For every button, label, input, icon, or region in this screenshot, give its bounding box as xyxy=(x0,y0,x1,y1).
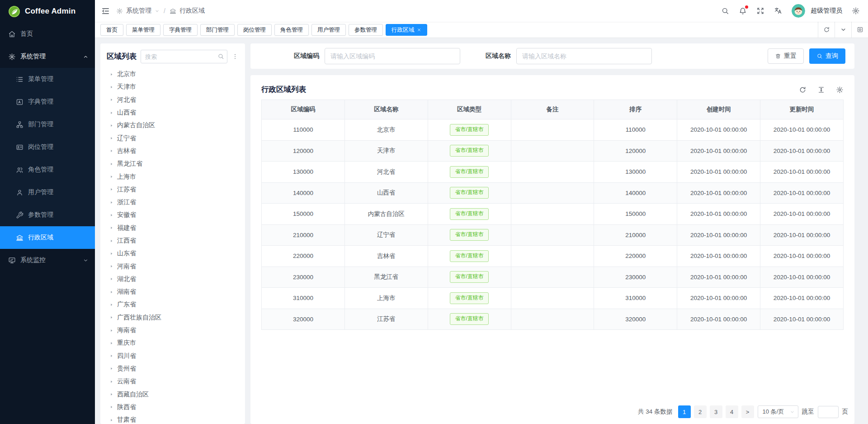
refresh-page-button[interactable] xyxy=(818,22,835,38)
page-button-3[interactable]: 3 xyxy=(710,405,722,418)
tree-item[interactable]: 湖南省 xyxy=(107,286,239,298)
tree-item[interactable]: 河北省 xyxy=(107,94,239,106)
caret-right-icon[interactable] xyxy=(109,367,113,371)
caret-right-icon[interactable] xyxy=(109,226,113,230)
tree-item[interactable]: 云南省 xyxy=(107,375,239,388)
caret-right-icon[interactable] xyxy=(109,290,113,294)
caret-right-icon[interactable] xyxy=(109,329,113,333)
sidebar-item-system-monitor[interactable]: 系统监控 xyxy=(0,249,95,272)
tree-item[interactable]: 山西省 xyxy=(107,106,239,119)
tree-item[interactable]: 江苏省 xyxy=(107,183,239,196)
notifications-button[interactable] xyxy=(739,7,747,15)
collapse-sidebar-icon[interactable] xyxy=(101,7,110,15)
tab-dept-management[interactable]: 部门管理 xyxy=(200,24,235,36)
caret-right-icon[interactable] xyxy=(109,392,113,396)
tab-admin-region[interactable]: 行政区域 xyxy=(386,24,427,36)
page-size-select[interactable]: 10 条/页 xyxy=(758,405,798,418)
tree-item[interactable]: 河南省 xyxy=(107,260,239,272)
caret-right-icon[interactable] xyxy=(109,175,113,179)
tab-role-management[interactable]: 角色管理 xyxy=(274,24,309,36)
caret-right-icon[interactable] xyxy=(109,200,113,205)
caret-right-icon[interactable] xyxy=(109,418,113,422)
tree-more-button[interactable] xyxy=(231,53,239,60)
tree-item[interactable]: 贵州省 xyxy=(107,362,239,375)
translate-icon[interactable] xyxy=(774,7,782,15)
caret-right-icon[interactable] xyxy=(109,124,113,128)
sidebar-item-dept-management[interactable]: 部门管理 xyxy=(0,113,95,136)
caret-right-icon[interactable] xyxy=(109,149,113,153)
sidebar-item-post-management[interactable]: 岗位管理 xyxy=(0,136,95,158)
caret-right-icon[interactable] xyxy=(109,111,113,115)
caret-right-icon[interactable] xyxy=(109,85,113,89)
tree-item[interactable]: 安徽省 xyxy=(107,209,239,221)
tab-options-button[interactable] xyxy=(835,22,851,38)
sidebar-item-role-management[interactable]: 角色管理 xyxy=(0,158,95,181)
tree-item[interactable]: 内蒙古自治区 xyxy=(107,119,239,132)
tab-param-management[interactable]: 参数管理 xyxy=(349,24,383,36)
tree-item[interactable]: 浙江省 xyxy=(107,196,239,209)
caret-right-icon[interactable] xyxy=(109,277,113,281)
tree-item[interactable]: 吉林省 xyxy=(107,145,239,157)
fullscreen-icon[interactable] xyxy=(756,7,764,15)
tree-item[interactable]: 湖北省 xyxy=(107,273,239,286)
caret-right-icon[interactable] xyxy=(109,405,113,409)
sidebar-item-admin-region[interactable]: 行政区域 xyxy=(0,226,95,249)
tree-item[interactable]: 上海市 xyxy=(107,170,239,183)
tree-item[interactable]: 广西壮族自治区 xyxy=(107,311,239,324)
breadcrumb-section[interactable]: 系统管理 xyxy=(126,7,151,15)
page-button-2[interactable]: 2 xyxy=(694,405,707,418)
reset-button[interactable]: 重置 xyxy=(768,48,804,64)
caret-right-icon[interactable] xyxy=(109,136,113,140)
caret-right-icon[interactable] xyxy=(109,303,113,307)
user-name[interactable]: 超级管理员 xyxy=(811,7,842,15)
tree-item[interactable]: 海南省 xyxy=(107,324,239,337)
caret-right-icon[interactable] xyxy=(109,98,113,102)
tree-search-input[interactable] xyxy=(141,50,227,63)
avatar[interactable] xyxy=(792,4,805,18)
tree-item[interactable]: 天津市 xyxy=(107,81,239,93)
settings-gear-icon[interactable] xyxy=(852,7,860,15)
caret-right-icon[interactable] xyxy=(109,187,113,191)
caret-right-icon[interactable] xyxy=(109,213,113,217)
tree-item[interactable]: 四川省 xyxy=(107,350,239,362)
tree-item[interactable]: 辽宁省 xyxy=(107,132,239,144)
tab-user-management[interactable]: 用户管理 xyxy=(311,24,346,36)
sidebar-item-user-management[interactable]: 用户管理 xyxy=(0,181,95,204)
caret-right-icon[interactable] xyxy=(109,315,113,319)
tab-home[interactable]: 首页 xyxy=(100,24,123,36)
caret-right-icon[interactable] xyxy=(109,239,113,243)
query-button[interactable]: 查询 xyxy=(809,48,845,64)
tab-menu-management[interactable]: 菜单管理 xyxy=(126,24,160,36)
tree-item[interactable]: 陕西省 xyxy=(107,401,239,414)
sidebar-item-menu-management[interactable]: 菜单管理 xyxy=(0,68,95,91)
tree-item[interactable]: 西藏自治区 xyxy=(107,388,239,400)
sidebar-item-home[interactable]: 首页 xyxy=(0,23,95,45)
caret-right-icon[interactable] xyxy=(109,264,113,268)
search-icon[interactable] xyxy=(721,7,729,15)
tab-dict-management[interactable]: 字典管理 xyxy=(163,24,198,36)
caret-right-icon[interactable] xyxy=(109,354,113,358)
caret-right-icon[interactable] xyxy=(109,341,113,345)
region-code-input[interactable] xyxy=(325,48,460,64)
tree-item[interactable]: 江西省 xyxy=(107,234,239,247)
caret-right-icon[interactable] xyxy=(109,252,113,256)
sidebar-item-dict-management[interactable]: 字典管理 xyxy=(0,91,95,113)
tree-item[interactable]: 甘肃省 xyxy=(107,414,239,424)
sidebar-item-param-management[interactable]: 参数管理 xyxy=(0,204,95,226)
caret-right-icon[interactable] xyxy=(109,162,113,166)
page-button-1[interactable]: 1 xyxy=(678,405,691,418)
refresh-table-icon[interactable] xyxy=(799,86,807,94)
density-icon[interactable] xyxy=(817,86,825,94)
caret-right-icon[interactable] xyxy=(109,72,113,76)
close-icon[interactable] xyxy=(417,28,421,32)
page-button-4[interactable]: 4 xyxy=(726,405,738,418)
maximize-content-button[interactable] xyxy=(851,22,868,38)
next-page-button[interactable]: > xyxy=(741,405,754,418)
caret-right-icon[interactable] xyxy=(109,380,113,384)
search-icon[interactable] xyxy=(217,53,224,60)
tree-item[interactable]: 广东省 xyxy=(107,298,239,311)
tree-item[interactable]: 北京市 xyxy=(107,68,239,81)
region-name-input[interactable] xyxy=(516,48,652,64)
tree-item[interactable]: 山东省 xyxy=(107,247,239,260)
jump-page-input[interactable] xyxy=(818,406,839,418)
